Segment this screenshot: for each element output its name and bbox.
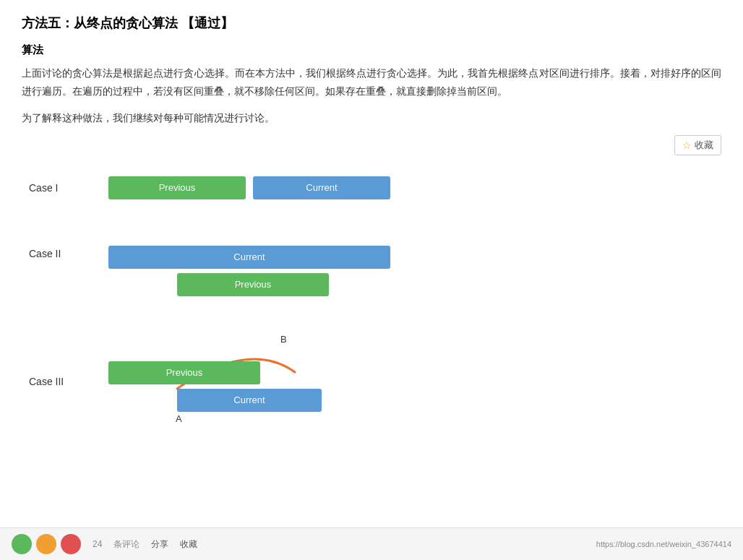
bookmark-label: 收藏 <box>695 139 713 152</box>
case-i-previous-bar: Previous <box>108 176 246 199</box>
description-2: 为了解释这种做法，我们继续对每种可能情况进行讨论。 <box>22 109 721 127</box>
case-ii-previous-bar: Previous <box>177 273 329 296</box>
case-iii-label: Case III <box>29 332 94 387</box>
bottom-bar: 24 条评论 分享 收藏 https://blog.csdn.net/weixi… <box>0 527 743 560</box>
bookmark-button[interactable]: ☆ 收藏 <box>674 135 721 155</box>
star-icon: ☆ <box>682 139 692 151</box>
case-iii-previous-bar: Previous <box>108 361 260 384</box>
case-i-current-bar: Current <box>253 176 390 199</box>
avatar-row <box>12 534 81 554</box>
label-a: A <box>176 413 182 424</box>
case-i-section: Case I Previous Current <box>29 170 721 206</box>
case-ii-diagram: Current Previous <box>108 242 390 296</box>
stats-count: 24 <box>93 539 102 549</box>
case-ii-current-bar: Current <box>108 246 390 269</box>
case-iii-current-bar: Current <box>177 389 322 412</box>
avatar-2 <box>36 534 56 554</box>
page-title: 方法五：从终点的贪心算法 【通过】 <box>22 14 721 32</box>
avatar-3 <box>61 534 81 554</box>
cases-area: Case I Previous Current Case II Current <box>22 170 721 426</box>
label-b: B <box>280 334 287 345</box>
bookmark-area: ☆ 收藏 <box>22 135 721 155</box>
case-i-diagram: Previous Current <box>108 170 390 206</box>
avatar-1 <box>12 534 32 554</box>
comments-label: 条评论 <box>113 538 139 551</box>
algo-label: 算法 <box>22 43 721 57</box>
case-ii-label: Case II <box>29 242 94 259</box>
case-iii-section: Case III B Previous Current <box>29 332 721 426</box>
page-container: 方法五：从终点的贪心算法 【通过】 算法 上面讨论的贪心算法是根据起点进行贪心选… <box>0 0 743 462</box>
bottom-stats-area: 24 条评论 分享 收藏 <box>12 534 197 554</box>
case-ii-section: Case II Current Previous <box>29 242 721 296</box>
case-i-label: Case I <box>29 182 94 194</box>
description-1: 上面讨论的贪心算法是根据起点进行贪心选择。而在本方法中，我们根据终点进行贪心选择… <box>22 64 721 100</box>
share-label[interactable]: 分享 <box>151 538 168 551</box>
site-url: https://blog.csdn.net/weixin_43674414 <box>596 540 731 548</box>
collect-label[interactable]: 收藏 <box>180 538 197 551</box>
